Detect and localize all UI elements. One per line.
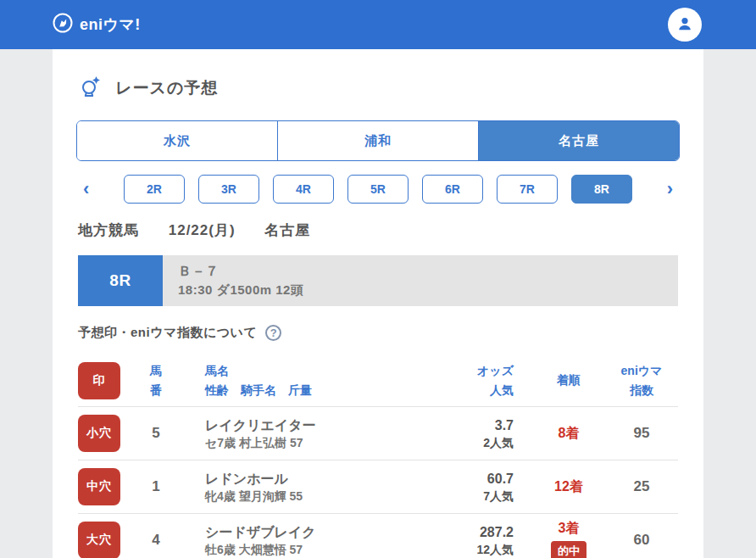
mark-badge: 大穴	[78, 522, 120, 558]
app-logo[interactable]: eniウマ!	[53, 13, 141, 36]
person-icon	[675, 14, 695, 36]
table-row[interactable]: 大穴 4 シードザブレイク 牡6歳 大畑慧悟 57 287.2 12人気 3着 …	[78, 514, 678, 558]
horse-cell: レイクリエイター セ7歳 村上弘樹 57	[192, 416, 439, 452]
header-number: 馬 番	[120, 361, 192, 399]
header-result: 着順	[532, 371, 605, 389]
horse-name: シードザブレイク	[205, 522, 439, 544]
race-meta: 地方競馬 12/22(月) 名古屋	[78, 220, 678, 240]
race-button-8r[interactable]: 8R	[571, 175, 632, 204]
race-button-3r[interactable]: 3R	[198, 175, 259, 204]
hit-badge: 的中	[551, 541, 586, 558]
race-button-2r[interactable]: 2R	[124, 175, 185, 204]
race-info-body: Ｂ－７ 18:30 ダ1500m 12頭	[163, 255, 678, 306]
horse-name: レドンホール	[205, 469, 439, 490]
finish-position: 3着	[532, 520, 605, 538]
race-button-7r[interactable]: 7R	[497, 175, 558, 204]
horse-number: 4	[120, 532, 192, 549]
crystal-ball-icon	[78, 75, 102, 102]
tab-nagoya[interactable]: 名古屋	[478, 121, 679, 160]
about-line: 予想印・eniウマ指数について ?	[78, 325, 678, 341]
horse-detail: セ7歳 村上弘樹 57	[205, 436, 439, 451]
horse-number: 1	[120, 478, 192, 495]
odds-value: 60.7	[439, 469, 514, 489]
race-number-label: 8R	[78, 255, 163, 306]
eniuma-index: 95	[605, 425, 678, 442]
race-button-4r[interactable]: 4R	[273, 175, 334, 204]
horse-detail: 牝4歳 望月洵輝 55	[205, 489, 439, 505]
finish-position: 8着	[532, 425, 605, 443]
odds-value: 3.7	[439, 416, 514, 436]
race-category: 地方競馬	[78, 222, 139, 238]
eniuma-index: 60	[605, 532, 678, 549]
horse-name: レイクリエイター	[205, 416, 439, 437]
result-cell: 3着 的中	[532, 520, 605, 558]
race-date: 12/22(月)	[169, 222, 236, 238]
race-venue: 名古屋	[264, 222, 310, 238]
odds-value: 287.2	[439, 522, 514, 543]
page-heading: レースの予想	[78, 75, 680, 102]
header-odds: オッズ 人気	[439, 361, 532, 399]
race-button-5r[interactable]: 5R	[347, 175, 409, 204]
prediction-table: 印 馬 番 馬名 性齢 騎手名 斤量 オッズ 人気 着順 eniウマ 指数 小穴…	[78, 354, 678, 558]
header-mark-badge: 印	[78, 362, 120, 399]
help-icon[interactable]: ?	[265, 325, 281, 341]
tab-mizusawa[interactable]: 水沢	[77, 121, 277, 160]
table-row[interactable]: 小穴 5 レイクリエイター セ7歳 村上弘樹 57 3.7 2人気 8着 95	[78, 407, 678, 460]
chevron-right-icon[interactable]: ›	[662, 180, 678, 198]
main-card: レースの予想 水沢 浦和 名古屋 ‹ 2R 3R 4R 5R 6R 7R 8R …	[53, 49, 703, 558]
header-index: eniウマ 指数	[605, 361, 678, 399]
horse-cell: レドンホール 牝4歳 望月洵輝 55	[192, 469, 439, 505]
horse-cell: シードザブレイク 牡6歳 大畑慧悟 57	[192, 522, 439, 558]
mark-badge: 中穴	[78, 468, 120, 505]
header-horse: 馬名 性齢 騎手名 斤量	[192, 361, 439, 399]
race-info-banner: 8R Ｂ－７ 18:30 ダ1500m 12頭	[78, 255, 678, 306]
horse-logo-icon	[53, 13, 73, 36]
popularity: 7人気	[439, 489, 514, 505]
venue-tab-bar: 水沢 浦和 名古屋	[76, 120, 680, 161]
account-button[interactable]	[668, 8, 702, 42]
popularity: 2人気	[439, 436, 514, 451]
app-logo-text: eniウマ!	[80, 14, 141, 35]
popularity: 12人気	[439, 543, 514, 558]
horse-number: 5	[120, 425, 192, 442]
eniuma-index: 25	[605, 478, 678, 495]
finish-position: 12着	[532, 478, 605, 496]
odds-cell: 3.7 2人気	[439, 416, 532, 451]
race-class: Ｂ－７	[178, 263, 678, 281]
odds-cell: 287.2 12人気	[439, 522, 532, 558]
table-header-row: 印 馬 番 馬名 性齢 騎手名 斤量 オッズ 人気 着順 eniウマ 指数	[78, 354, 678, 407]
odds-cell: 60.7 7人気	[439, 469, 532, 505]
race-conditions: 18:30 ダ1500m 12頭	[178, 282, 678, 299]
mark-badge: 小穴	[78, 415, 120, 452]
chevron-left-icon[interactable]: ‹	[78, 180, 94, 198]
about-label: 予想印・eniウマ指数について	[78, 325, 257, 341]
horse-detail: 牡6歳 大畑慧悟 57	[205, 543, 439, 558]
table-row[interactable]: 中穴 1 レドンホール 牝4歳 望月洵輝 55 60.7 7人気 12着 25	[78, 460, 678, 514]
app-header: eniウマ!	[0, 0, 756, 49]
race-button-6r[interactable]: 6R	[422, 175, 483, 204]
tab-urawa[interactable]: 浦和	[277, 121, 478, 160]
race-button-group: 2R 3R 4R 5R 6R 7R 8R	[124, 175, 632, 204]
race-nav: ‹ 2R 3R 4R 5R 6R 7R 8R ›	[78, 175, 678, 204]
page-title: レースの予想	[115, 77, 218, 99]
